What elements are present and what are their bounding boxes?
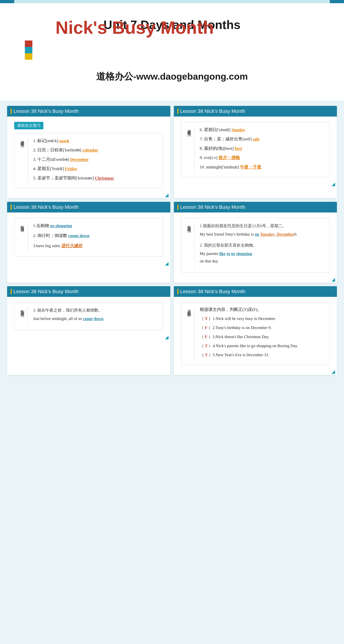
card-reading: Lesson 38 Nick's Busy Month 课文初探 根据课文内容，… [174,286,337,375]
card-footer-deco-6 [174,370,337,375]
sentence-box-1: 句型在线 1.我最好的朋友托尼的生日是12月6号，星期二。 My best fr… [181,218,330,273]
tag-label-1: 课前自主预习 [14,122,43,129]
sentence-label-2: 句型在线 [20,307,28,326]
card-footer-deco-4 [174,278,337,283]
sentence-items-1: 1.我最好的朋友托尼的生日是12月6号，星期二。 My best friend … [200,222,324,268]
vocab-item-1-1: 1. 标记[mɑːk] mark [33,137,158,144]
sentence-item-3: 3. 就在午夜之前，我们所有人都倒数。 Just before midnight… [33,307,158,322]
card-footer-deco-2 [174,183,337,187]
card-footer-deco-1 [7,194,170,198]
reading-item-1: （ T ）1.Nick will be very busy in Decembe… [200,315,324,322]
vocab-item-2-2: 7. 出售；卖；减价出售[seɪl] sale [200,136,324,142]
color-block-yellow [25,53,32,60]
reading-box: 课文初探 根据课文内容，判断正(T)误(F)。 （ T ）1.Nick will… [181,302,330,365]
card-body-5: 句型在线 3. 就在午夜之前，我们所有人都倒数。 Just before mid… [7,297,170,336]
header-accent [11,108,12,114]
vocab-item-1-2: 2. 日历；日程表['kælɪndə] calendar [33,146,158,153]
reading-item-2: （ F ）2.Tony's birthday is on December 9. [200,324,324,331]
vocab-item-2-1: 6. 星期日['sʌndɪ] Sunday [200,126,324,133]
vocab-item-1-3: 3. 十二月[dɪ'sembə] December [33,156,158,163]
card-phrase: Lesson 38 Nick's Busy Month 短语互译 1.去购物 g… [7,202,170,283]
vocab-items-1: 1. 标记[mɑːk] mark 2. 日历；日程表['kælɪndə] cal… [33,137,158,184]
vocab-box-1: 单词闯关 1. 标记[mɑːk] mark 2. 日历；日程表['kælɪndə… [14,133,163,188]
header-accent-6 [177,289,178,294]
reading-items: 根据课文内容，判断正(T)误(F)。 （ T ）1.Nick will be v… [200,307,324,360]
card-body-4: 句型在线 1.我最好的朋友托尼的生日是12月6号，星期二。 My best fr… [174,212,337,278]
deco-triangle-3 [165,262,169,266]
card-header-5: Lesson 38 Nick's Busy Month [7,286,170,297]
lesson-title: Nick's Busy Month [56,18,214,38]
phrase-item-3: 3.have big sales 进行大减价 [33,242,158,249]
header-accent-2 [177,108,178,114]
vocab-item-1-5: 5. 圣诞节；圣诞节期间['krɪsməs] Christmas [33,175,158,182]
website-line: 道格办公-www.daogebangong.com [11,60,333,90]
card-title-5: Lesson 38 Nick's Busy Month [14,289,79,294]
card-footer-deco-3 [7,262,170,267]
phrase-label: 短语互译 [20,222,28,252]
vocab-item-1-4: 4. 星期五['fraɪdɪ] Friday [33,165,158,172]
card-vocab-2: Lesson 38 Nick's Busy Month 单词闯关 6. 星期日[… [174,106,337,198]
card-header-3: Lesson 38 Nick's Busy Month [7,202,170,212]
color-blocks [25,40,32,60]
card-body-2: 单词闯关 6. 星期日['sʌndɪ] Sunday 7. 出售；卖；减价出售[… [174,116,337,183]
card-title-2: Lesson 38 Nick's Busy Month [180,108,245,114]
vocab-items-2: 6. 星期日['sʌndɪ] Sunday 7. 出售；卖；减价出售[seɪl]… [200,126,324,173]
deco-triangle-6 [331,370,335,374]
phrase-box: 短语互译 1.去购物 go shopping 2. 倒计时；倒读数 count … [14,218,163,257]
top-accent-square [0,0,14,3]
card-title-1: Lesson 38 Nick's Busy Month [14,108,79,114]
card-body-1: 课前自主预习 单词闯关 1. 标记[mɑːk] mark 2. 日历；日程表['… [7,116,170,194]
reading-item-5: （ T ）5.New Year's Eve is December 31. [200,352,324,358]
deco-triangle-1 [165,194,169,197]
vocab-label-2: 单词闯关 [186,126,194,173]
vocab-item-2-3: 8. 最好的(地)[best] best [200,145,324,152]
vocab-item-2-4: 9. eve[iːv] 前夕；傍晚 [200,154,324,161]
header-accent-4 [177,204,178,210]
card-title-3: Lesson 38 Nick's Busy Month [14,204,79,210]
card-footer-deco-5 [7,336,170,340]
card-title-6: Lesson 38 Nick's Busy Month [180,289,245,294]
card-sentence-1: Lesson 38 Nick's Busy Month 句型在线 1.我最好的朋… [174,202,337,283]
header-accent-3 [11,204,12,210]
top-section: Unit 7 Days and Months Nick's Busy Month… [0,0,344,100]
grid-section: Lesson 38 Nick's Busy Month 课前自主预习 单词闯关 … [0,104,344,377]
reading-item-4: （ T ）4.Nick's parents like to go shoppin… [200,342,324,349]
card-header-4: Lesson 38 Nick's Busy Month [174,202,337,212]
sentence-item-1: 1.我最好的朋友托尼的生日是12月6号，星期二。 My best friend … [200,222,324,238]
sentence-label-1: 句型在线 [186,222,194,268]
reading-instruction: 根据课文内容，判断正(T)误(F)。 [200,307,324,312]
deco-triangle-4 [331,278,335,282]
card-header-1: Lesson 38 Nick's Busy Month [7,106,170,116]
phrase-items: 1.去购物 go shopping 2. 倒计时；倒读数 count down … [33,222,158,252]
color-block-red [25,40,32,47]
color-block-teal [25,47,32,53]
phrase-item-2: 2. 倒计时；倒读数 count down [33,232,158,239]
card-title-4: Lesson 38 Nick's Busy Month [180,204,245,210]
deco-triangle-5 [165,336,169,339]
card-sentence-2: Lesson 38 Nick's Busy Month 句型在线 3. 就在午夜… [7,286,170,375]
card-body-6: 课文初探 根据课文内容，判断正(T)误(F)。 （ T ）1.Nick will… [174,297,337,370]
top-accent-bar [0,0,344,3]
sentence-item-2: 2. 我的父母在那天喜欢去购物。 My parents like to go s… [200,242,324,265]
sentence-items-2: 3. 就在午夜之前，我们所有人都倒数。 Just before midnight… [33,307,158,326]
reading-item-3: （ F ）3.Nick doesn't like Christmas Day. [200,333,324,340]
sentence-box-2: 句型在线 3. 就在午夜之前，我们所有人都倒数。 Just before mid… [14,302,163,330]
vocab-box-2: 单词闯关 6. 星期日['sʌndɪ] Sunday 7. 出售；卖；减价出售[… [181,122,330,177]
phrase-item-1: 1.去购物 go shopping [33,222,158,229]
card-body-3: 短语互译 1.去购物 go shopping 2. 倒计时；倒读数 count … [7,212,170,262]
top-right-accent [330,0,344,3]
card-header-2: Lesson 38 Nick's Busy Month [174,106,337,116]
vocab-item-2-5: 10. midnight['mɪdnaɪt] 午夜；子夜 [200,164,324,170]
card-vocab-1: Lesson 38 Nick's Busy Month 课前自主预习 单词闯关 … [7,106,170,198]
vocab-label-1: 单词闯关 [20,137,28,184]
deco-triangle-2 [331,183,335,186]
card-header-6: Lesson 38 Nick's Busy Month [174,286,337,297]
reading-label: 课文初探 [186,307,194,360]
header-accent-5 [11,289,12,294]
